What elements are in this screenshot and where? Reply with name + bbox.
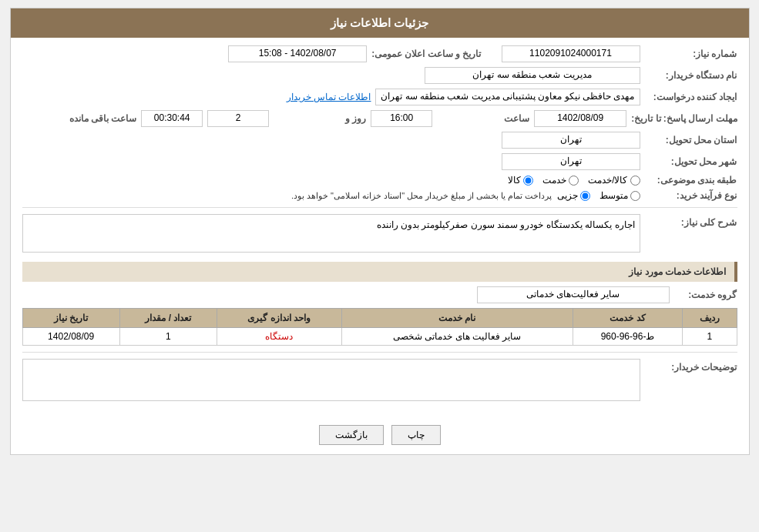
row-customer-org: نام دستگاه خریدار: مدیریت شعب منطقه سه ت… <box>22 67 737 84</box>
customer-org-label: نام دستگاه خریدار: <box>645 70 737 81</box>
city-label: شهر محل تحویل: <box>645 156 737 167</box>
category-label: طبقه بندی موضوعی: <box>645 175 737 186</box>
need-number-label: شماره نیاز: <box>645 49 737 59</box>
deadline-remaining: 00:30:44 <box>141 110 203 127</box>
services-section-title: اطلاعات خدمات مورد نیاز <box>22 262 737 282</box>
col-quantity: تعداد / مقدار <box>119 309 217 328</box>
row-deadline: مهلت ارسال پاسخ: تا تاریخ: 1402/08/09 سا… <box>22 110 737 127</box>
service-group-row: گروه خدمت: سایر فعالیت‌های خدماتی <box>22 286 737 303</box>
customer-org-value: مدیریت شعب منطقه سه تهران <box>425 67 640 84</box>
row-purchase-type: نوع فرآیند خرید: متوسط جزیی پرداخت تمام … <box>22 190 737 201</box>
buyer-notes-input[interactable] <box>22 359 640 401</box>
buyer-notes-wrapper <box>22 359 640 403</box>
divider-1 <box>22 207 737 208</box>
service-group-label: گروه خدمت: <box>676 289 737 300</box>
purchase-type-label: نوع فرآیند خرید: <box>645 190 737 201</box>
cell-unit: دستگاه <box>217 328 341 346</box>
row-city: شهر محل تحویل: تهران <box>22 153 737 170</box>
col-service-name: نام خدمت <box>341 309 573 328</box>
description-section-label: شرح کلی نیاز: <box>645 217 737 228</box>
col-date: تاریخ نیاز <box>22 309 119 328</box>
deadline-days-label: روز و <box>274 113 366 124</box>
main-section: شماره نیاز: 1102091024000171 تاریخ و ساع… <box>11 38 749 416</box>
category-radio-kala-khedmat[interactable] <box>630 176 640 186</box>
creator-label: ایجاد کننده درخواست: <box>645 92 737 102</box>
page-header: جزئیات اطلاعات نیاز <box>11 8 749 38</box>
cell-row-num: 1 <box>683 328 737 346</box>
purchase-radio-jozi[interactable] <box>580 191 590 201</box>
category-option-khedmat[interactable]: خدمت <box>542 175 579 186</box>
province-value: تهران <box>502 132 640 149</box>
description-box-wrapper: اجاره یکساله یکدستگاه خودرو سمند سورن صف… <box>22 214 640 256</box>
description-box: اجاره یکساله یکدستگاه خودرو سمند سورن صف… <box>22 214 640 253</box>
deadline-days: 2 <box>207 110 269 127</box>
row-creator: ایجاد کننده درخواست: مهدی حافظی نیکو معا… <box>22 89 737 105</box>
description-value: اجاره یکساله یکدستگاه خودرو سمند سورن صف… <box>377 219 635 230</box>
purchase-type-radio-group: متوسط جزیی <box>557 190 640 201</box>
creator-value: مهدی حافظی نیکو معاون پشتیبانی مدیریت شع… <box>375 89 640 105</box>
cell-quantity: 1 <box>119 328 217 346</box>
announcement-date-label: تاریخ و ساعت اعلان عمومی: <box>371 49 481 59</box>
row-buyer-notes: توضیحات خریدار: <box>22 359 737 403</box>
print-button[interactable]: چاپ <box>391 425 441 445</box>
col-row-num: ردیف <box>683 309 737 328</box>
deadline-date: 1402/08/09 <box>534 110 626 127</box>
need-number-value: 1102091024000171 <box>502 45 640 62</box>
purchase-radio-motavasset[interactable] <box>630 191 640 201</box>
purchase-label-jozi: جزیی <box>557 190 578 201</box>
category-option-kala[interactable]: کالا <box>508 175 533 186</box>
creator-link[interactable]: اطلاعات تماس خریدار <box>287 92 371 102</box>
back-button[interactable]: بازگشت <box>319 425 384 445</box>
category-label-kala-khedmat: کالا/خدمت <box>588 175 627 186</box>
category-label-kala: کالا <box>508 175 521 186</box>
row-category: طبقه بندی موضوعی: کالا/خدمت خدمت کالا <box>22 175 737 186</box>
category-radio-khedmat[interactable] <box>569 176 579 186</box>
page-title: جزئیات اطلاعات نیاز <box>331 16 428 29</box>
services-table: ردیف کد خدمت نام خدمت واحد اندازه گیری ت… <box>22 308 737 346</box>
col-unit: واحد اندازه گیری <box>217 309 341 328</box>
province-label: استان محل تحویل: <box>645 135 737 146</box>
deadline-label: مهلت ارسال پاسخ: تا تاریخ: <box>631 113 737 124</box>
purchase-label-motavasset: متوسط <box>599 190 628 201</box>
category-option-kala-khedmat[interactable]: کالا/خدمت <box>588 175 640 186</box>
row-province: استان محل تحویل: تهران <box>22 132 737 149</box>
category-radio-kala[interactable] <box>523 176 533 186</box>
button-row: چاپ بازگشت <box>11 416 749 454</box>
col-service-code: کد خدمت <box>573 309 682 328</box>
divider-2 <box>22 352 737 353</box>
cell-service-code: ط-96-96-960 <box>573 328 682 346</box>
row-description: شرح کلی نیاز: اجاره یکساله یکدستگاه خودر… <box>22 214 737 256</box>
cell-date: 1402/08/09 <box>22 328 119 346</box>
deadline-time-label: ساعت <box>437 113 529 124</box>
category-label-khedmat: خدمت <box>542 175 566 186</box>
cell-service-name: سایر فعالیت های خدماتی شخصی <box>341 328 573 346</box>
announcement-date-value: 1402/08/07 - 15:08 <box>228 45 367 62</box>
deadline-time: 16:00 <box>371 110 432 127</box>
category-radio-group: کالا/خدمت خدمت کالا <box>508 175 640 186</box>
page-container: جزئیات اطلاعات نیاز شماره نیاز: 11020910… <box>10 8 750 455</box>
purchase-notice: پرداخت تمام یا بخشی از مبلغ خریدار محل "… <box>291 191 552 201</box>
purchase-option-motavasset[interactable]: متوسط <box>599 190 640 201</box>
purchase-option-jozi[interactable]: جزیی <box>557 190 590 201</box>
row-need-number: شماره نیاز: 1102091024000171 تاریخ و ساع… <box>22 45 737 62</box>
city-value: تهران <box>502 153 640 170</box>
service-group-value: سایر فعالیت‌های خدماتی <box>477 286 670 303</box>
buyer-notes-label: توضیحات خریدار: <box>645 362 737 373</box>
deadline-remaining-label: ساعت باقی مانده <box>44 113 136 124</box>
table-row: 1 ط-96-96-960 سایر فعالیت های خدماتی شخص… <box>22 328 737 346</box>
